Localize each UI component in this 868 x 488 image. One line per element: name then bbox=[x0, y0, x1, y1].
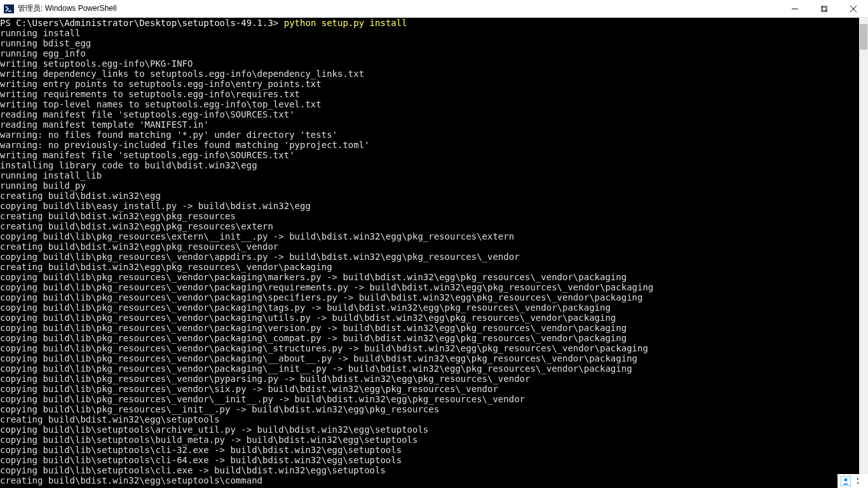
close-button[interactable] bbox=[839, 0, 868, 17]
svg-rect-4 bbox=[822, 6, 827, 11]
minimize-button[interactable] bbox=[780, 0, 810, 17]
svg-rect-3 bbox=[821, 7, 826, 12]
svg-point-8 bbox=[844, 478, 848, 482]
scrollbar-thumb[interactable] bbox=[860, 24, 867, 50]
window-controls bbox=[780, 0, 868, 17]
command-text: python setup.py install bbox=[284, 18, 407, 28]
maximize-button[interactable] bbox=[810, 0, 839, 17]
vertical-scrollbar[interactable] bbox=[859, 18, 868, 488]
window-title: 管理员: Windows PowerShell bbox=[18, 3, 780, 14]
system-tray bbox=[837, 474, 868, 488]
tray-overflow-icon[interactable] bbox=[854, 475, 865, 487]
terminal-output: running install running bdist_egg runnin… bbox=[0, 28, 859, 485]
prompt-text: PS C:\Users\Administrator\Desktop\setupt… bbox=[0, 18, 284, 28]
tray-people-icon[interactable] bbox=[840, 475, 851, 487]
svg-point-10 bbox=[857, 482, 858, 484]
powershell-icon bbox=[4, 4, 14, 14]
terminal-viewport[interactable]: PS C:\Users\Administrator\Desktop\setupt… bbox=[0, 18, 859, 488]
title-bar: 管理员: Windows PowerShell bbox=[0, 0, 868, 18]
svg-point-9 bbox=[857, 478, 858, 480]
